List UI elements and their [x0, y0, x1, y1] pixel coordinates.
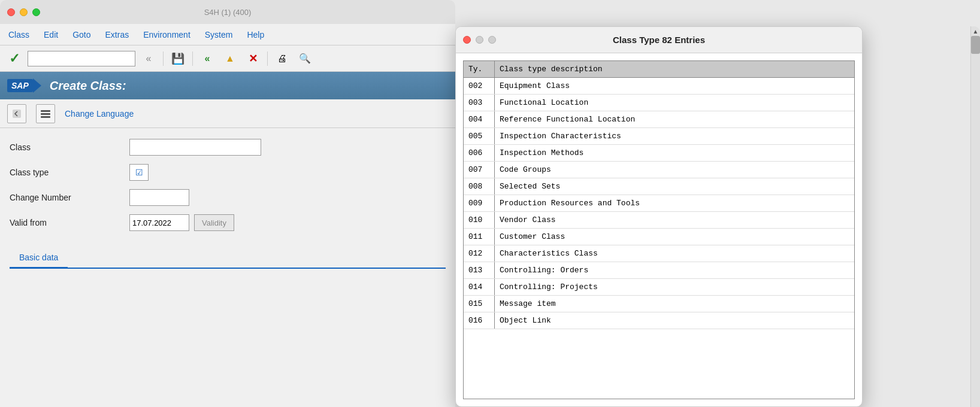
change-language-link[interactable]: Change Language: [65, 109, 134, 119]
table-row[interactable]: 010 Vendor Class: [464, 212, 854, 229]
class-type-table: Ty. Class type description 002 Equipment…: [463, 60, 855, 399]
scrollbar-thumb[interactable]: [971, 36, 980, 54]
table-row[interactable]: 007 Code Groups: [464, 162, 854, 178]
class-type-checkbox[interactable]: ☑: [129, 164, 149, 181]
table-row[interactable]: 009 Production Resources and Tools: [464, 195, 854, 212]
menu-environment[interactable]: Environment: [142, 28, 192, 42]
table-row[interactable]: 004 Reference Functional Location: [464, 111, 854, 128]
row-desc-10: Characteristics Class: [495, 245, 854, 262]
toolbar: ✓ « 💾 « ▲ ✕ 🖨 🔍: [0, 45, 455, 72]
separator2: [192, 51, 193, 66]
popup-maximize-button[interactable]: [488, 36, 496, 44]
sap-logo-triangle: [33, 78, 41, 93]
up-arrow-button[interactable]: ▲: [220, 49, 240, 68]
toolbar-search-input[interactable]: [28, 51, 135, 66]
table-row[interactable]: 012 Characteristics Class: [464, 245, 854, 262]
table-row[interactable]: 011 Customer Class: [464, 229, 854, 245]
svg-rect-3: [41, 116, 50, 118]
menu-class[interactable]: Class: [7, 28, 31, 42]
menu-system[interactable]: System: [204, 28, 234, 42]
scrollbar[interactable]: ▲: [970, 26, 980, 407]
separator: [163, 51, 164, 66]
row-ty-12: 014: [464, 279, 495, 295]
class-type-label: Class type: [10, 168, 129, 177]
svg-rect-2: [41, 113, 50, 115]
sap-header: SAP Create Class:: [0, 72, 455, 99]
table-row[interactable]: 008 Selected Sets: [464, 178, 854, 195]
row-ty-14: 016: [464, 312, 495, 329]
popup-minimize-button[interactable]: [476, 36, 483, 44]
navigate-back-icon[interactable]: [7, 104, 26, 123]
form-area: Class Class type ☑ Change Number Valid f…: [0, 128, 455, 248]
back-arrows-button[interactable]: «: [139, 49, 158, 68]
window-title: S4H (1) (400): [204, 8, 252, 17]
checkbox-check-icon: ☑: [135, 168, 143, 177]
row-ty-13: 015: [464, 296, 495, 312]
separator3: [267, 51, 268, 66]
row-ty-8: 010: [464, 212, 495, 228]
tab-bar: Basic data: [10, 248, 446, 269]
row-ty-0: 002: [464, 78, 495, 94]
col-ty-header: Ty.: [464, 61, 495, 77]
class-input[interactable]: [129, 139, 261, 156]
class-label: Class: [10, 142, 129, 152]
row-ty-1: 003: [464, 95, 495, 111]
popup-window-controls: [463, 36, 496, 44]
row-desc-2: Reference Functional Location: [495, 111, 854, 127]
table-row[interactable]: 016 Object Link: [464, 312, 854, 329]
row-desc-9: Customer Class: [495, 229, 854, 245]
action-bar: Change Language: [0, 99, 455, 128]
class-type-popup: Class Type 82 Entries Ty. Class type des…: [455, 26, 863, 407]
row-desc-12: Controlling: Projects: [495, 279, 854, 295]
row-desc-0: Equipment Class: [495, 78, 854, 94]
change-number-label: Change Number: [10, 193, 129, 202]
menu-goto[interactable]: Goto: [71, 28, 92, 42]
row-desc-13: Message item: [495, 296, 854, 312]
row-ty-11: 013: [464, 262, 495, 278]
table-row[interactable]: 013 Controlling: Orders: [464, 262, 854, 279]
menu-extras[interactable]: Extras: [104, 28, 131, 42]
scroll-up-arrow[interactable]: ▲: [971, 26, 980, 36]
row-ty-6: 008: [464, 178, 495, 195]
double-back-button[interactable]: «: [198, 49, 217, 68]
class-field-row: Class: [10, 138, 446, 157]
save-button[interactable]: 💾: [168, 49, 187, 68]
popup-close-button[interactable]: [463, 36, 471, 44]
close-button[interactable]: [7, 8, 15, 16]
close-red-button[interactable]: ✕: [243, 49, 262, 68]
menu-help[interactable]: Help: [246, 28, 265, 42]
change-number-input[interactable]: [129, 189, 189, 206]
tab-basic-data[interactable]: Basic data: [10, 248, 68, 269]
valid-from-input[interactable]: 17.07.2022: [129, 214, 189, 231]
maximize-button[interactable]: [32, 8, 40, 16]
menu-bar: Class Edit Goto Extras Environment Syste…: [0, 24, 455, 45]
table-row[interactable]: 006 Inspection Methods: [464, 145, 854, 162]
table-body: 002 Equipment Class 003 Functional Locat…: [464, 78, 854, 329]
table-row[interactable]: 015 Message item: [464, 296, 854, 312]
table-row[interactable]: 005 Inspection Characteristics: [464, 128, 854, 145]
table-row[interactable]: 002 Equipment Class: [464, 78, 854, 95]
row-ty-5: 007: [464, 162, 495, 178]
table-row[interactable]: 003 Functional Location: [464, 95, 854, 111]
popup-title-bar: Class Type 82 Entries: [456, 27, 862, 53]
row-desc-7: Production Resources and Tools: [495, 195, 854, 211]
row-desc-14: Object Link: [495, 312, 854, 329]
search-button[interactable]: 🔍: [295, 49, 314, 68]
sap-logo: SAP: [7, 79, 33, 92]
menu-edit[interactable]: Edit: [43, 28, 59, 42]
checkmark-button[interactable]: ✓: [5, 49, 24, 68]
table-row[interactable]: 014 Controlling: Projects: [464, 279, 854, 296]
row-desc-3: Inspection Characteristics: [495, 128, 854, 144]
print-button[interactable]: 🖨: [273, 49, 292, 68]
row-ty-9: 011: [464, 229, 495, 245]
col-desc-header: Class type description: [495, 61, 854, 77]
minimize-button[interactable]: [20, 8, 28, 16]
validity-button[interactable]: Validity: [194, 214, 234, 231]
stack-icon[interactable]: [36, 104, 55, 123]
row-ty-4: 006: [464, 145, 495, 161]
sap-main-window: S4H (1) (400) Class Edit Goto Extras Env…: [0, 0, 455, 407]
row-desc-4: Inspection Methods: [495, 145, 854, 161]
popup-title: Class Type 82 Entries: [613, 35, 705, 45]
row-desc-11: Controlling: Orders: [495, 262, 854, 278]
page-title: Create Class:: [50, 79, 126, 93]
